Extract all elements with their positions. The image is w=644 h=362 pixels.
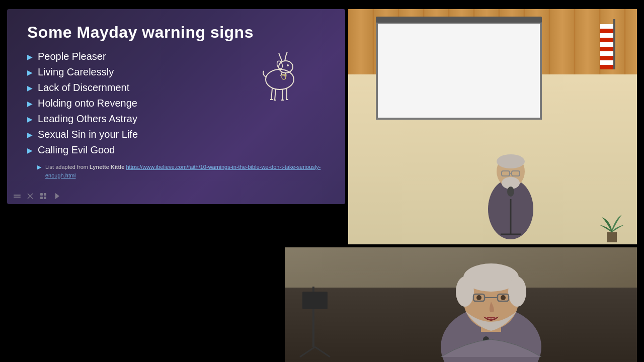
list-item: ▶ Sexual Sin in your Life: [27, 129, 329, 140]
svg-line-8: [282, 89, 283, 100]
bullet-text-4: Holding onto Revenge: [38, 98, 137, 109]
svg-line-48: [300, 347, 315, 357]
citation-prefix: List adapted from: [45, 164, 90, 170]
bullet-arrow-5: ▶: [27, 115, 33, 123]
main-layout: Some Mayday warning signs ▶ People Pleas…: [0, 0, 644, 362]
goat-svg: [255, 37, 305, 102]
citation-arrow: ▶: [37, 164, 41, 170]
toolbar-icon-4: [52, 192, 60, 200]
bullet-text-3: Lack of Discernment: [38, 82, 129, 94]
svg-point-44: [476, 295, 481, 300]
citation: ▶ List adapted from Lynette Kittle https…: [27, 163, 329, 179]
bullet-text-6: Sexual Sin in your Life: [38, 129, 138, 140]
svg-marker-23: [55, 193, 59, 199]
flag: [600, 24, 614, 69]
svg-point-40: [508, 277, 526, 307]
bullet-text-5: Leading Others Astray: [38, 113, 137, 125]
svg-line-7: [275, 89, 276, 100]
svg-rect-22: [44, 197, 46, 199]
speaker-closeup-figure: [416, 247, 567, 362]
camera-panel-top: [348, 9, 637, 244]
bullet-text-2: Living Carelessly: [38, 66, 114, 78]
camera-panel-bottom: [285, 247, 637, 362]
svg-rect-34: [607, 232, 617, 242]
bullet-arrow-3: ▶: [27, 84, 33, 92]
svg-point-1: [279, 61, 293, 73]
bullet-text-1: People Pleaser: [38, 51, 106, 62]
bullet-arrow-6: ▶: [27, 131, 33, 139]
svg-rect-50: [302, 292, 328, 309]
speaker-closeup: [285, 247, 637, 362]
svg-line-49: [315, 347, 330, 357]
plant: [597, 202, 627, 244]
list-item: ▶ Calling Evil Good: [27, 144, 329, 156]
slide-toolbar: [13, 192, 60, 200]
toolbar-icon-3: [39, 192, 47, 200]
bullet-arrow-2: ▶: [27, 68, 33, 76]
svg-rect-20: [44, 193, 46, 196]
list-item: ▶ Leading Others Astray: [27, 113, 329, 125]
bullet-arrow-1: ▶: [27, 53, 33, 61]
svg-point-33: [507, 187, 514, 197]
bullet-arrow-4: ▶: [27, 100, 33, 108]
svg-point-26: [497, 154, 525, 168]
church-scene: [348, 9, 637, 244]
bottom-left-black-area: [7, 205, 278, 353]
svg-rect-21: [40, 197, 43, 199]
toolbar-icon-1: [13, 192, 21, 200]
svg-rect-15: [14, 195, 21, 196]
slide-content: Some Mayday warning signs ▶ People Pleas…: [7, 9, 345, 204]
svg-point-45: [501, 295, 506, 300]
citation-text: List adapted from Lynette Kittle https:/…: [45, 163, 329, 179]
slide-panel: Some Mayday warning signs ▶ People Pleas…: [7, 9, 345, 204]
music-stand: [295, 287, 335, 362]
toolbar-icon-2: [26, 192, 34, 200]
goat-illustration: [255, 37, 305, 102]
bullet-arrow-7: ▶: [27, 146, 33, 154]
svg-rect-16: [14, 197, 21, 198]
bullet-text-7: Calling Evil Good: [38, 144, 115, 156]
speaker-silhouette: [465, 134, 556, 244]
svg-rect-19: [40, 193, 43, 196]
svg-line-6: [271, 88, 272, 100]
svg-point-39: [456, 277, 474, 307]
svg-point-4: [287, 64, 289, 66]
projection-screen: [376, 22, 542, 120]
citation-author: Lynette Kittle: [90, 164, 124, 170]
